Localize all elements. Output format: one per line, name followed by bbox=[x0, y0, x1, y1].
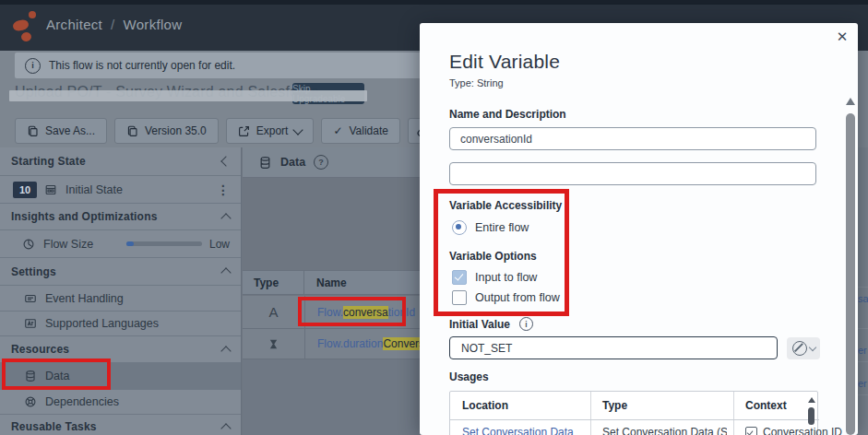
background-text-fragment: sa bbox=[858, 293, 868, 304]
languages-icon bbox=[24, 317, 37, 330]
flow-size-level: Low bbox=[209, 238, 230, 251]
section-label: Starting State bbox=[11, 155, 86, 168]
header-top-strip bbox=[0, 0, 868, 5]
background-text-fragment: er bbox=[858, 345, 867, 356]
conversation-id-icon bbox=[745, 427, 757, 435]
chevron-up-icon bbox=[220, 423, 231, 433]
pie-chart-icon bbox=[22, 238, 35, 251]
annotation-box-data-item bbox=[2, 359, 111, 390]
chevron-up-icon bbox=[220, 213, 231, 223]
section-label: Reusable Tasks bbox=[11, 420, 97, 433]
sidebar-section-insights[interactable]: Insights and Optimizations bbox=[0, 204, 241, 230]
usages-column-location: Location bbox=[462, 392, 508, 419]
usages-label: Usages bbox=[449, 370, 489, 383]
save-as-button[interactable]: Save As... bbox=[15, 118, 107, 144]
usages-column-context: Context bbox=[745, 392, 787, 419]
background-text-fragment: er bbox=[858, 378, 867, 389]
usage-location-link[interactable]: Set Conversation Data bbox=[462, 426, 574, 435]
initial-value-label: Initial Value bbox=[449, 318, 510, 331]
item-label: Initial State bbox=[65, 183, 123, 196]
modal-scrollbar-thumb[interactable] bbox=[846, 113, 855, 435]
sidebar-item-flow-size[interactable]: Flow Size Low bbox=[0, 230, 241, 258]
chevron-left-icon bbox=[220, 156, 231, 166]
sidebar-item-initial-state[interactable]: 10 Initial State ⋮ bbox=[0, 176, 241, 204]
sidebar-section-settings[interactable]: Settings bbox=[0, 258, 241, 286]
section-label: Resources bbox=[11, 343, 69, 356]
save-as-label: Save As... bbox=[45, 124, 95, 137]
info-icon[interactable]: i bbox=[519, 317, 533, 331]
close-icon[interactable]: ✕ bbox=[834, 29, 850, 45]
usage-type-cell: Set Conversation Data (Standard) bbox=[602, 426, 727, 435]
column-header-name: Name bbox=[304, 271, 347, 294]
item-label: Dependencies bbox=[45, 395, 119, 408]
usage-context-cell: Conversation ID bbox=[745, 426, 842, 435]
name-description-label: Name and Description bbox=[449, 108, 566, 121]
genesys-logo-icon bbox=[13, 11, 41, 41]
not-set-icon bbox=[792, 341, 807, 356]
kebab-menu-icon[interactable]: ⋮ bbox=[217, 182, 230, 197]
variable-name-input[interactable] bbox=[449, 127, 816, 150]
validate-label: Validate bbox=[350, 124, 388, 137]
state-count-badge: 10 bbox=[13, 182, 37, 198]
item-label: Supported Languages bbox=[45, 317, 159, 330]
initial-value-row: Initial Value i bbox=[449, 317, 533, 331]
item-label: Flow Size bbox=[43, 238, 93, 251]
modal-title: Edit Variable bbox=[449, 51, 560, 73]
flow-size-meter bbox=[126, 241, 202, 246]
chevron-up-icon bbox=[220, 267, 231, 277]
usages-scrollbar-thumb[interactable] bbox=[808, 407, 814, 425]
validate-button[interactable]: ✓ Validate bbox=[321, 118, 400, 144]
sidebar-section-starting-state[interactable]: Starting State bbox=[0, 147, 241, 176]
modal-scroll-up-icon[interactable] bbox=[846, 98, 855, 105]
export-icon bbox=[238, 125, 250, 137]
export-label: Export bbox=[256, 124, 289, 137]
usages-column-type: Type bbox=[602, 392, 627, 419]
copy-icon bbox=[27, 125, 39, 137]
data-panel-title: Data bbox=[280, 156, 305, 169]
chevron-down-icon bbox=[293, 124, 303, 135]
flow-size-meter-fill bbox=[126, 241, 134, 246]
sidebar-item-event-handling[interactable]: Event Handling bbox=[0, 286, 241, 312]
variable-link-durationConversation[interactable]: Flow.durationConversatio bbox=[317, 337, 428, 350]
dependencies-icon bbox=[24, 395, 37, 408]
version-label: Version 35.0 bbox=[145, 124, 207, 137]
initial-value-mode-dropdown[interactable] bbox=[787, 337, 820, 359]
breadcrumb-product[interactable]: Architect bbox=[46, 17, 102, 32]
annotation-box-variable-name bbox=[298, 297, 406, 326]
chevron-up-icon bbox=[220, 346, 231, 356]
section-label: Settings bbox=[11, 265, 56, 278]
versions-icon bbox=[126, 125, 138, 137]
string-type-icon: A bbox=[243, 296, 305, 328]
usages-scroll-up-icon[interactable] bbox=[808, 397, 815, 403]
duration-type-icon bbox=[243, 329, 305, 359]
readonly-banner-text: This flow is not currently open for edit… bbox=[49, 59, 235, 72]
item-label: Event Handling bbox=[45, 292, 124, 305]
breadcrumb-separator: / bbox=[111, 17, 114, 32]
flow-sidebar: Starting State 10 Initial State ⋮ Insigh… bbox=[0, 147, 242, 435]
usages-table: Location Type Context Set Conversation D… bbox=[449, 391, 818, 435]
breadcrumb: Architect / Workflow bbox=[46, 17, 182, 32]
version-button[interactable]: Version 35.0 bbox=[114, 118, 219, 144]
event-handling-icon bbox=[24, 292, 37, 305]
export-button[interactable]: Export bbox=[226, 118, 315, 144]
check-icon: ✓ bbox=[333, 124, 342, 137]
modal-type-line: Type: String bbox=[449, 77, 504, 88]
breadcrumb-page: Workflow bbox=[124, 17, 183, 32]
architect-workflow-screen: Architect / Workflow i This flow is not … bbox=[0, 0, 868, 435]
chevron-down-icon bbox=[808, 344, 815, 351]
state-icon bbox=[44, 183, 57, 196]
flow-toolbar: Save As... Version 35.0 Export ✓ Validat… bbox=[15, 118, 479, 144]
variable-description-input[interactable] bbox=[449, 162, 816, 185]
database-icon bbox=[258, 156, 272, 170]
highlight-strip bbox=[9, 90, 367, 101]
sidebar-section-reusable-tasks[interactable]: Reusable Tasks bbox=[0, 415, 241, 435]
data-panel-empty-area bbox=[243, 359, 420, 435]
help-icon[interactable]: ? bbox=[314, 155, 328, 170]
column-header-type: Type bbox=[243, 271, 304, 294]
info-icon: i bbox=[25, 58, 41, 74]
initial-value-input[interactable] bbox=[449, 336, 778, 359]
annotation-box-variable-options bbox=[434, 189, 569, 316]
section-label: Insights and Optimizations bbox=[11, 210, 158, 223]
sidebar-item-dependencies[interactable]: Dependencies bbox=[0, 390, 241, 415]
sidebar-item-supported-languages[interactable]: Supported Languages bbox=[0, 312, 241, 336]
